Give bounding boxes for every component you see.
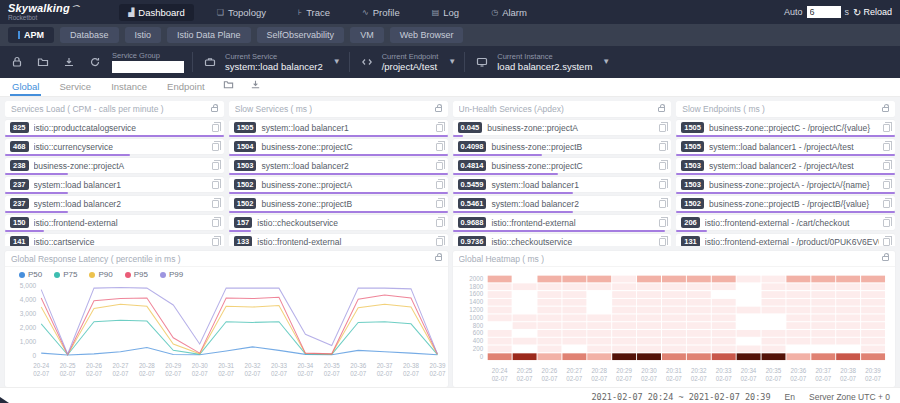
- metric-row[interactable]: 0.4814business-zone::projectC: [453, 158, 672, 173]
- copy-icon[interactable]: [212, 181, 219, 189]
- reload-button[interactable]: ↻ Reload: [853, 7, 892, 18]
- template-tab-istio-data-plane[interactable]: Istio Data Plane: [167, 27, 251, 43]
- folder-icon[interactable]: [223, 79, 234, 92]
- copy-icon[interactable]: [212, 238, 219, 246]
- metric-row[interactable]: 0.045business-zone::projectA: [453, 120, 672, 135]
- metric-row[interactable]: 150istio::frontend-external: [5, 215, 224, 230]
- legend-item-p90[interactable]: P90: [89, 270, 112, 279]
- template-tab-vm[interactable]: VM: [350, 27, 384, 43]
- template-tab-selfobservability[interactable]: SelfObservability: [257, 27, 345, 43]
- copy-icon[interactable]: [659, 143, 666, 151]
- lock-icon[interactable]: [882, 256, 889, 261]
- lock-icon[interactable]: [658, 107, 665, 112]
- metric-row[interactable]: 1503system::load balancer2 - /projectA/t…: [676, 158, 895, 173]
- metric-row[interactable]: 206istio::frontend-external - /cart/chec…: [676, 215, 895, 230]
- copy-icon[interactable]: [212, 143, 219, 151]
- copy-icon[interactable]: [883, 181, 890, 189]
- metric-row[interactable]: 0.5459system::load balancer1: [453, 177, 672, 192]
- metric-row[interactable]: 133istio::frontend-external: [229, 234, 448, 246]
- metric-row[interactable]: 0.5461system::load balancer2: [453, 196, 672, 211]
- nav-item-log[interactable]: ▤Log: [423, 4, 468, 21]
- copy-icon[interactable]: [212, 162, 219, 170]
- copy-icon[interactable]: [883, 200, 890, 208]
- legend-item-p50[interactable]: P50: [19, 270, 42, 279]
- legend-item-p99[interactable]: P99: [160, 270, 183, 279]
- copy-icon[interactable]: [436, 219, 443, 227]
- metric-row[interactable]: 157istio::checkoutservice: [229, 215, 448, 230]
- time-range-picker[interactable]: 2021-02-07 20:24 ~ 2021-02-07 20:39: [591, 392, 770, 402]
- metric-row[interactable]: 0.4098business-zone::projectB: [453, 139, 672, 154]
- copy-icon[interactable]: [436, 200, 443, 208]
- copy-icon[interactable]: [883, 238, 890, 246]
- metric-row[interactable]: 1505business-zone::projectC - /projectC/…: [676, 120, 895, 135]
- current-instance-selector[interactable]: Current Instance load balancer2.system ▼: [473, 52, 610, 72]
- tab-endpoint[interactable]: Endpoint: [165, 78, 207, 96]
- copy-icon[interactable]: [436, 162, 443, 170]
- current-endpoint-selector[interactable]: Current Endpoint /projectA/test ▼: [358, 52, 457, 72]
- metric-row[interactable]: 468istio::currencyservice: [5, 139, 224, 154]
- current-service-selector[interactable]: Current Service system::load balancer2 ▼: [201, 52, 341, 72]
- tab-global[interactable]: Global: [10, 78, 41, 96]
- metric-row[interactable]: 1502business-zone::projectA: [229, 177, 448, 192]
- copy-icon[interactable]: [659, 181, 666, 189]
- copy-icon[interactable]: [883, 219, 890, 227]
- refresh-icon[interactable]: [86, 53, 104, 71]
- template-tab-istio[interactable]: Istio: [125, 27, 162, 43]
- copy-icon[interactable]: [659, 219, 666, 227]
- metric-row[interactable]: 1503system::load balancer2: [229, 158, 448, 173]
- metric-row[interactable]: 238business-zone::projectA: [5, 158, 224, 173]
- metric-row[interactable]: 1505system::load balancer1: [229, 120, 448, 135]
- metric-row[interactable]: 825istio::productcatalogservice: [5, 120, 224, 135]
- tab-instance[interactable]: Instance: [109, 78, 149, 96]
- copy-icon[interactable]: [883, 124, 890, 132]
- metric-row[interactable]: 131istio::frontend-external - /product/0…: [676, 234, 895, 246]
- lock-icon[interactable]: [8, 53, 26, 71]
- copy-icon[interactable]: [212, 200, 219, 208]
- copy-icon[interactable]: [659, 200, 666, 208]
- lock-icon[interactable]: [435, 256, 442, 261]
- copy-icon[interactable]: [212, 219, 219, 227]
- language-switch[interactable]: En: [785, 392, 795, 402]
- server-zone-setting[interactable]: Server Zone UTC + 0: [809, 392, 890, 402]
- copy-icon[interactable]: [883, 162, 890, 170]
- latency-line-chart[interactable]: 5,0004,0003,0002,0001,000020-2402-0720-2…: [5, 279, 448, 387]
- service-group-input[interactable]: [112, 61, 184, 73]
- metric-row[interactable]: 1504business-zone::projectC: [229, 139, 448, 154]
- template-tab-database[interactable]: Database: [60, 27, 119, 43]
- metric-row[interactable]: 0.9688istio::frontend-external: [453, 215, 672, 230]
- legend-item-p95[interactable]: P95: [125, 270, 148, 279]
- lock-icon[interactable]: [211, 107, 218, 112]
- nav-item-profile[interactable]: ∿Profile: [353, 4, 409, 21]
- copy-icon[interactable]: [883, 143, 890, 151]
- copy-icon[interactable]: [436, 238, 443, 246]
- template-tab-apm[interactable]: APM: [8, 27, 54, 43]
- metric-row[interactable]: 1502business-zone::projectB: [229, 196, 448, 211]
- lock-icon[interactable]: [882, 107, 889, 112]
- nav-item-dashboard[interactable]: ▟Dashboard: [119, 4, 194, 21]
- metric-row[interactable]: 1502business-zone::projectB - /projectB/…: [676, 196, 895, 211]
- copy-icon[interactable]: [436, 124, 443, 132]
- logo[interactable]: Skywalking Rocketbot: [8, 3, 79, 22]
- copy-icon[interactable]: [212, 124, 219, 132]
- template-tab-web-browser[interactable]: Web Browser: [390, 27, 464, 43]
- copy-icon[interactable]: [436, 143, 443, 151]
- lock-icon[interactable]: [435, 107, 442, 112]
- copy-icon[interactable]: [659, 238, 666, 246]
- global-heatmap-chart[interactable]: 200018001600140012001000800600400200020:…: [453, 267, 896, 387]
- tab-service[interactable]: Service: [57, 78, 93, 96]
- folder-icon[interactable]: [34, 53, 52, 71]
- copy-icon[interactable]: [659, 124, 666, 132]
- auto-interval-input[interactable]: [807, 6, 841, 18]
- copy-icon[interactable]: [436, 181, 443, 189]
- metric-row[interactable]: 1505system::load balancer1 - /projectA/t…: [676, 139, 895, 154]
- export-icon[interactable]: [60, 53, 78, 71]
- metric-row[interactable]: 141istio::cartservice: [5, 234, 224, 246]
- metric-row[interactable]: 1503business-zone::projectA - /projectA/…: [676, 177, 895, 192]
- export-icon[interactable]: [250, 79, 261, 92]
- metric-row[interactable]: 237system::load balancer1: [5, 177, 224, 192]
- nav-item-trace[interactable]: ⊦Trace: [289, 4, 339, 21]
- nav-item-alarm[interactable]: ◷Alarm: [482, 4, 536, 21]
- metric-row[interactable]: 0.9736istio::checkoutservice: [453, 234, 672, 246]
- nav-item-topology[interactable]: ❏Topology: [208, 4, 275, 21]
- copy-icon[interactable]: [659, 162, 666, 170]
